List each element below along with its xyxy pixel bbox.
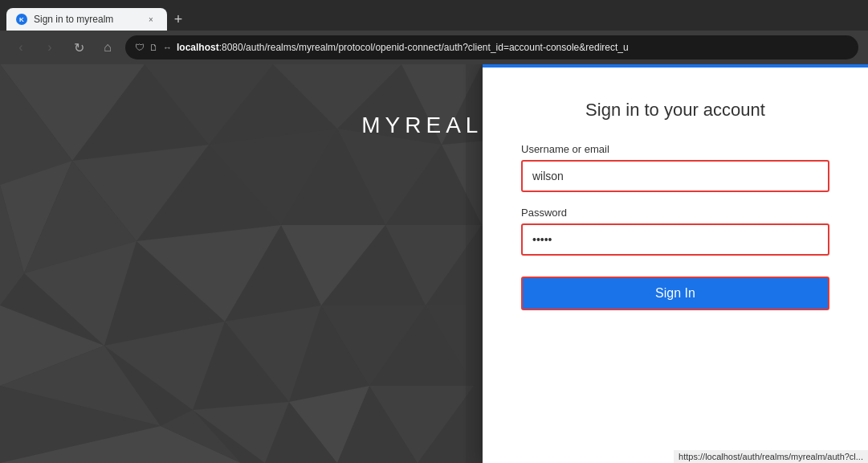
nav-bar: ‹ › ↻ ⌂ 🛡 🗋 ↔ localhost:8080/auth/realms… xyxy=(0,31,868,64)
password-form-group: Password xyxy=(521,207,829,256)
forward-button[interactable]: › xyxy=(39,36,61,59)
browser-chrome: K Sign in to myrealm × + xyxy=(0,0,868,31)
browser-tab[interactable]: K Sign in to myrealm × xyxy=(6,8,167,31)
password-label: Password xyxy=(521,207,829,219)
tab-close-button[interactable]: × xyxy=(145,13,157,26)
login-title: Sign in to your account xyxy=(521,100,829,121)
status-bar: https://localhost/auth/realms/myrealm/au… xyxy=(674,450,868,463)
tab-bar: K Sign in to myrealm × + xyxy=(6,0,189,31)
login-card: Sign in to your account Username or emai… xyxy=(483,64,868,463)
refresh-button[interactable]: ↻ xyxy=(67,36,90,59)
username-input[interactable] xyxy=(521,160,829,192)
page-content: MYREALM Sign in to your account Username… xyxy=(0,64,868,463)
shield-icon: 🛡 xyxy=(135,42,145,53)
redirect-icon: ↔ xyxy=(163,43,172,52)
page-icon: 🗋 xyxy=(149,43,158,52)
url-text: localhost:8080/auth/realms/myrealm/proto… xyxy=(177,42,629,53)
new-tab-button[interactable]: + xyxy=(167,8,189,31)
address-bar[interactable]: 🛡 🗋 ↔ localhost:8080/auth/realms/myrealm… xyxy=(125,35,858,59)
back-button[interactable]: ‹ xyxy=(10,36,32,59)
tab-title: Sign in to myrealm xyxy=(34,14,113,25)
username-label: Username or email xyxy=(521,143,829,155)
password-input[interactable] xyxy=(521,223,829,256)
username-form-group: Username or email xyxy=(521,143,829,192)
tab-favicon: K xyxy=(16,14,27,25)
home-button[interactable]: ⌂ xyxy=(96,36,119,59)
sign-in-button[interactable]: Sign In xyxy=(521,277,829,310)
